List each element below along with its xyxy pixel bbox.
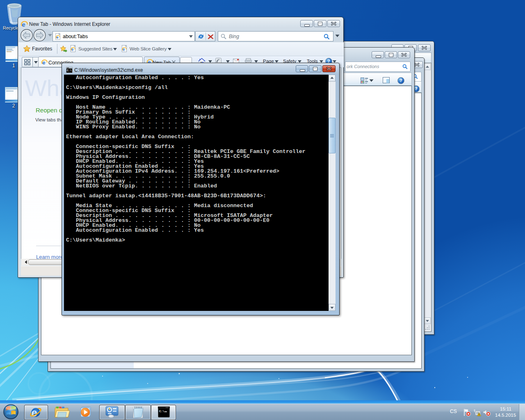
svg-text:C:\: C:\ xyxy=(159,410,164,413)
svg-text:C:\: C:\ xyxy=(67,69,72,72)
